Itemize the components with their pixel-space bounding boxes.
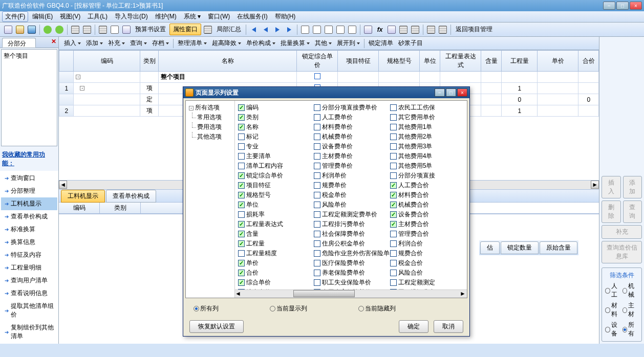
query-cost-db-button[interactable]: 查询造价信息库	[602, 241, 642, 263]
cancel-button[interactable]: 取消	[434, 320, 463, 333]
dlg-radio-1[interactable]: 当前显示列	[270, 304, 307, 313]
chk-col2-8[interactable]: 规费单价	[313, 181, 389, 190]
chk-col2-4[interactable]: 设备费单价	[313, 142, 389, 151]
menu-9[interactable]: 帮助(H)	[272, 11, 299, 22]
chk-col1-3[interactable]: 标记	[237, 132, 313, 142]
chk-col2-15[interactable]: 危险作业意外伤害保险单价	[313, 249, 389, 258]
col-0[interactable]	[59, 51, 74, 72]
table-row[interactable]: -整个项目	[59, 72, 599, 83]
col-2[interactable]: 类别	[140, 51, 159, 72]
tb2-1[interactable]: 添加	[84, 38, 105, 49]
chk-col2-10[interactable]: 风险单价	[313, 200, 389, 210]
checkbox-icon[interactable]	[390, 163, 397, 169]
checkbox-icon[interactable]	[314, 104, 320, 111]
scroll-right-icon[interactable]: ►	[591, 181, 599, 189]
checkbox-icon[interactable]	[238, 260, 245, 266]
chk-col3-12[interactable]: 主材费合价	[389, 219, 465, 229]
bureau-icon[interactable]	[203, 25, 213, 35]
filter-所有[interactable]: 所有	[622, 321, 638, 338]
dlg-tree-1[interactable]: 常用选项	[188, 113, 232, 122]
tool12-icon[interactable]	[438, 25, 448, 35]
chk-col3-1[interactable]: 其它费用单价	[389, 113, 465, 122]
col-10[interactable]: 工程量	[502, 51, 538, 72]
checkbox-icon[interactable]	[390, 250, 397, 257]
checkbox-icon[interactable]	[238, 153, 245, 160]
fav-item-6[interactable]: ➔特征及内容	[1, 249, 57, 261]
dlg-scroll-right-icon[interactable]: ►	[460, 290, 467, 297]
checkbox-icon[interactable]	[390, 143, 397, 150]
checkbox-icon[interactable]	[390, 260, 397, 266]
property-window-button[interactable]: 属性窗口	[169, 24, 201, 35]
chk-col2-1[interactable]: 人工费单价	[313, 113, 389, 122]
chk-col3-3[interactable]: 其他费用2单	[389, 132, 465, 142]
insert-button[interactable]: 插入	[602, 176, 620, 198]
return-project-button[interactable]: 返回项目管理	[454, 25, 495, 34]
chk-col1-4[interactable]: 专业	[237, 142, 313, 151]
fav-item-10[interactable]: ➔提取其他清单组价	[1, 300, 57, 321]
fav-item-2[interactable]: ➔工料机显示	[1, 197, 57, 210]
hidden-tab-2[interactable]: 原始含量	[540, 241, 577, 254]
fav-item-5[interactable]: ➔换算信息	[1, 236, 57, 249]
close-tab-icon[interactable]: ✕	[51, 38, 56, 48]
doc-icon[interactable]	[121, 25, 132, 35]
tb2-6[interactable]: 整理清单	[176, 38, 209, 49]
tool3-icon[interactable]	[324, 25, 334, 35]
chk-col1-0[interactable]: 编码	[237, 103, 313, 113]
chk-col3-8[interactable]: 人工费合价	[389, 181, 465, 190]
checkbox-icon[interactable]	[238, 182, 245, 189]
query-button[interactable]: 查询	[623, 200, 642, 223]
checkbox-icon[interactable]	[314, 231, 320, 237]
checkbox-icon[interactable]	[238, 133, 245, 140]
menu-1[interactable]: 编辑(E)	[29, 11, 56, 22]
checkbox-icon[interactable]	[238, 211, 245, 218]
menu-4[interactable]: 导入导出(D)	[112, 11, 151, 22]
chk-col3-11[interactable]: 设备费合价	[389, 210, 465, 219]
dialog-hscroll[interactable]: ◄ ►	[235, 289, 467, 298]
chk-col1-9[interactable]: 规格型号	[237, 190, 313, 200]
tb2-11[interactable]: 展开到	[335, 38, 362, 49]
checkbox-icon[interactable]	[314, 172, 320, 179]
col-12[interactable]: 合价	[578, 51, 599, 72]
reset-defaults-button[interactable]: 恢复默认设置	[189, 320, 244, 333]
chk-col1-13[interactable]: 含量	[237, 229, 313, 239]
chk-col3-4[interactable]: 其他费用3单	[389, 142, 465, 151]
chk-col1-12[interactable]: 工程量表达式	[237, 219, 313, 229]
menu-6[interactable]: 系统 ▾	[181, 11, 204, 22]
redo-icon[interactable]	[42, 25, 53, 35]
chk-col2-13[interactable]: 社会保障费单价	[313, 229, 389, 239]
checkbox-icon[interactable]	[314, 124, 320, 130]
checkbox-icon[interactable]	[314, 182, 320, 189]
chk-col1-11[interactable]: 损耗率	[237, 210, 313, 219]
tb2-7[interactable]: 超高降效	[210, 38, 243, 49]
chk-col2-7[interactable]: 利润单价	[313, 171, 389, 181]
chk-col2-0[interactable]: 分部分项直接费单价	[313, 103, 389, 113]
checkbox-icon[interactable]	[314, 250, 320, 257]
chk-col2-17[interactable]: 养老保险费单价	[313, 268, 389, 278]
fav-item-0[interactable]: ➔查询窗口	[1, 172, 57, 185]
delete-button[interactable]: 删除	[602, 200, 620, 223]
chk-col1-6[interactable]: 清单工程内容	[237, 161, 313, 171]
chk-col3-16[interactable]: 税金合价	[389, 258, 465, 268]
chk-col3-7[interactable]: 分部分项直接	[389, 171, 465, 181]
filter-主材[interactable]: 主材	[622, 301, 638, 319]
tb2-0[interactable]: 插入	[62, 38, 83, 49]
chk-col3-0[interactable]: 农民工工伤保	[389, 103, 465, 113]
checkbox-icon[interactable]	[390, 270, 397, 276]
chk-col3-2[interactable]: 其他费用1单	[389, 122, 465, 132]
menu-8[interactable]: 在线服务(I)	[234, 11, 270, 22]
subcol-1[interactable]: 类别	[100, 203, 141, 213]
filter-设备[interactable]: 设备	[605, 321, 621, 338]
chk-col1-5[interactable]: 主要清单	[237, 151, 313, 161]
chk-col1-16[interactable]: 单价	[237, 258, 313, 268]
tb2-14[interactable]: 砂浆子目	[396, 38, 425, 49]
checkbox-icon[interactable]	[390, 124, 397, 130]
checkbox-icon[interactable]	[390, 104, 397, 111]
checkbox-icon[interactable]	[238, 270, 245, 276]
chk-col1-10[interactable]: 单位	[237, 200, 313, 210]
chk-col2-16[interactable]: 医疗保险费单价	[313, 258, 389, 268]
tab-fenbu[interactable]: 分部分项	[2, 38, 36, 48]
checkbox-icon[interactable]	[238, 172, 245, 179]
chk-col2-6[interactable]: 管理费单价	[313, 161, 389, 171]
chk-col1-1[interactable]: 类别	[237, 113, 313, 122]
chk-col3-9[interactable]: 材料费合价	[389, 190, 465, 200]
